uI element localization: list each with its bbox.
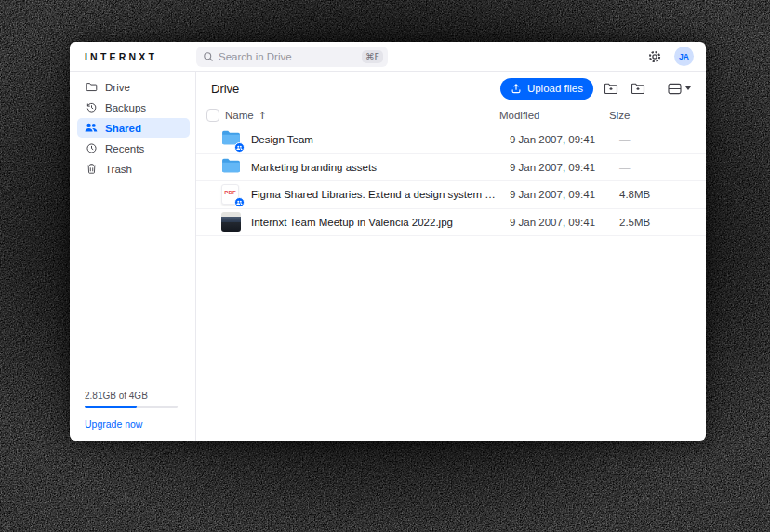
sidebar-item-drive[interactable]: Drive <box>77 77 190 97</box>
chevron-down-icon <box>685 86 691 90</box>
storage-progress-fill <box>85 406 137 408</box>
clock-icon <box>85 142 98 155</box>
image-thumbnail <box>221 212 241 233</box>
main-panel: Drive Upload files <box>196 72 706 441</box>
file-modified: 9 Jan 2007, 09:41 <box>510 162 619 173</box>
select-all-checkbox[interactable] <box>206 109 219 122</box>
shared-folder-icon <box>221 129 241 150</box>
toolbar: Drive Upload files <box>196 72 706 105</box>
sidebar-item-label: Recents <box>105 143 144 154</box>
sidebar: Drive Backups <box>70 72 196 441</box>
app-window: INTERNXT ⌘F JA <box>70 42 706 441</box>
file-modified: 9 Jan 2007, 09:41 <box>510 217 619 228</box>
file-name: Marketing branding assets <box>251 162 510 173</box>
storage-section: 2.81GB of 4GB Upgrade now <box>85 391 181 430</box>
new-folder-button[interactable] <box>629 80 647 97</box>
upload-files-label: Upload files <box>527 83 583 94</box>
search-icon <box>203 51 214 62</box>
sidebar-item-label: Drive <box>105 82 130 93</box>
file-name: Design Team <box>251 134 510 145</box>
sidebar-item-trash[interactable]: Trash <box>77 159 190 179</box>
file-size: — <box>619 162 697 173</box>
upload-files-button[interactable]: Upload files <box>500 78 593 100</box>
column-header-modified[interactable]: Modified <box>499 110 609 121</box>
column-header-size[interactable]: Size <box>609 110 687 121</box>
sidebar-item-label: Backups <box>105 102 146 113</box>
user-avatar[interactable]: JA <box>674 47 694 66</box>
pdf-file-icon: PDF <box>221 184 241 205</box>
sidebar-item-label: Trash <box>105 164 132 175</box>
backup-clock-icon <box>85 101 98 114</box>
table-row[interactable]: Marketing branding assets 9 Jan 2007, 09… <box>196 154 706 182</box>
table-row[interactable]: Internxt Team Meetup in Valencia 2022.jp… <box>196 209 706 237</box>
file-modified: 9 Jan 2007, 09:41 <box>510 134 619 145</box>
view-mode-toggle[interactable] <box>666 81 693 97</box>
sidebar-item-label: Shared <box>105 123 141 134</box>
internxt-logo: INTERNXT <box>85 51 157 62</box>
shared-users-icon <box>85 122 98 135</box>
storage-usage-label: 2.81GB of 4GB <box>85 391 181 401</box>
file-size: 4.8MB <box>619 189 697 200</box>
sidebar-item-backups[interactable]: Backups <box>77 98 190 117</box>
column-header-name[interactable]: Name <box>225 110 254 121</box>
search-shortcut-badge: ⌘F <box>362 50 383 63</box>
folder-outline-icon <box>85 81 98 94</box>
settings-gear-icon[interactable] <box>645 47 664 66</box>
file-modified: 9 Jan 2007, 09:41 <box>510 189 619 200</box>
table-row[interactable]: PDF Figma Shared Libraries. Extend a des… <box>196 181 706 209</box>
top-header: INTERNXT ⌘F JA <box>70 42 706 72</box>
table-header: Name ↑ Modified Size <box>196 105 706 126</box>
folder-icon <box>221 157 241 178</box>
upgrade-now-link[interactable]: Upgrade now <box>85 419 181 430</box>
search-bar[interactable]: ⌘F <box>196 47 388 67</box>
shared-badge-icon <box>234 197 245 207</box>
file-size: 2.5MB <box>619 217 697 228</box>
sidebar-item-shared[interactable]: Shared <box>77 118 190 138</box>
sidebar-item-recents[interactable]: Recents <box>77 139 190 158</box>
upload-folder-button[interactable] <box>602 80 620 97</box>
file-name: Internxt Team Meetup in Valencia 2022.jp… <box>251 217 510 228</box>
table-row[interactable]: Design Team 9 Jan 2007, 09:41 — <box>196 126 706 154</box>
file-size: — <box>619 134 697 145</box>
trash-icon <box>85 163 98 176</box>
file-name: Figma Shared Libraries. Extend a design … <box>251 189 510 200</box>
breadcrumb: Drive <box>211 82 239 96</box>
upload-icon <box>511 83 522 94</box>
sort-ascending-icon[interactable]: ↑ <box>259 110 267 122</box>
storage-progress-bar <box>85 406 178 408</box>
search-input[interactable] <box>219 51 362 62</box>
toolbar-divider <box>657 81 657 96</box>
shared-badge-icon <box>234 142 245 153</box>
